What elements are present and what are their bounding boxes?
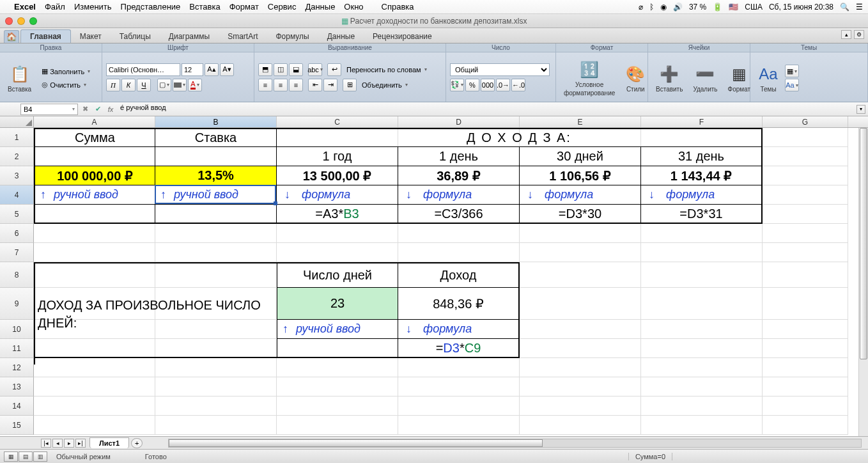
cell-A1[interactable]: Сумма: [34, 128, 155, 147]
vertical-scrollbar[interactable]: [858, 128, 868, 436]
currency-button[interactable]: 💱: [450, 79, 464, 91]
cell-F3[interactable]: 1 143,44 ₽: [641, 166, 763, 185]
cell-A4[interactable]: ↑ручной ввод: [34, 185, 155, 205]
cancel-formula-icon[interactable]: ✖: [79, 104, 91, 115]
menu-data[interactable]: Данные: [305, 2, 335, 12]
cell-F2[interactable]: 31 день: [641, 147, 763, 166]
cell-D5[interactable]: =C3/366: [398, 205, 520, 224]
col-E[interactable]: E: [520, 116, 641, 127]
theme-colors[interactable]: ▦: [785, 65, 799, 77]
shrink-font[interactable]: A▾: [220, 63, 234, 76]
cell-A5[interactable]: [34, 205, 155, 224]
wrap-text-button[interactable]: Переносить по словам: [343, 64, 431, 75]
spotlight-icon[interactable]: 🔍: [840, 3, 849, 12]
tab-home[interactable]: Главная: [20, 29, 71, 43]
sheet-nav-first[interactable]: |◂: [41, 439, 51, 448]
format-cells-button[interactable]: ▦Формат: [724, 55, 755, 101]
tab-smartart[interactable]: SmartArt: [219, 30, 267, 43]
list-icon[interactable]: ☰: [856, 3, 863, 12]
fill-button[interactable]: ▦Заполнить: [38, 65, 94, 77]
fx-icon[interactable]: fx: [105, 104, 116, 115]
cell-A11-B11[interactable]: [34, 339, 277, 358]
clear-button[interactable]: ◎Очистить: [38, 79, 94, 91]
row-8[interactable]: 8: [0, 262, 34, 288]
ribbon-settings[interactable]: ⚙: [854, 30, 864, 39]
orientation-button[interactable]: abc: [308, 63, 322, 76]
align-top[interactable]: ⬒: [258, 63, 272, 76]
row-13[interactable]: 13: [0, 377, 34, 396]
cond-format-button[interactable]: 🔢 Условноеформатирование: [560, 55, 619, 101]
name-box[interactable]: B4: [20, 104, 78, 115]
select-all-corner[interactable]: [0, 116, 34, 127]
inc-decimal[interactable]: .0→: [496, 79, 510, 91]
tab-tables[interactable]: Таблицы: [111, 30, 160, 43]
cell-A3[interactable]: 100 000,00 ₽: [34, 166, 155, 185]
tab-layout[interactable]: Макет: [71, 30, 111, 43]
cells-grid[interactable]: Сумма Ставка Д О Х О Д З А: 1 год 1 день…: [34, 128, 858, 435]
cell-C10[interactable]: ↑ручной ввод: [277, 320, 398, 339]
row-5[interactable]: 5: [0, 205, 34, 224]
row-7[interactable]: 7: [0, 243, 34, 262]
cell-D9[interactable]: 848,36 ₽: [398, 288, 520, 320]
themes-button[interactable]: AaТемы: [754, 55, 782, 101]
underline-button[interactable]: Ч: [137, 79, 151, 91]
col-B[interactable]: B: [155, 116, 277, 127]
cell-D10[interactable]: ↓формула: [398, 320, 520, 339]
battery-icon[interactable]: 🔋: [713, 3, 722, 12]
cell-B2[interactable]: [155, 147, 277, 166]
sheet-nav-last[interactable]: ▸|: [75, 439, 86, 448]
view-break[interactable]: ▥: [33, 451, 47, 462]
sheet-nav-next[interactable]: ▸: [64, 439, 74, 448]
menu-format[interactable]: Формат: [229, 2, 259, 12]
insert-cells-button[interactable]: ➕Вставить: [652, 55, 686, 101]
horizontal-scrollbar[interactable]: [168, 439, 862, 448]
flag-icon[interactable]: 🇺🇸: [729, 3, 738, 12]
dropbox-icon[interactable]: ⌀: [639, 3, 643, 12]
cell-C9[interactable]: 23: [277, 288, 398, 320]
dec-decimal[interactable]: ←.0: [511, 79, 525, 91]
view-normal[interactable]: ▦: [4, 451, 18, 462]
menu-file[interactable]: Файл: [45, 2, 65, 12]
cell-D3[interactable]: 36,89 ₽: [398, 166, 520, 185]
cell-C5[interactable]: =A3*B3: [277, 205, 398, 224]
percent-button[interactable]: %: [465, 79, 479, 91]
col-A[interactable]: A: [34, 116, 155, 127]
cell-C8[interactable]: Число дней: [277, 262, 398, 288]
row-10[interactable]: 10: [0, 320, 34, 339]
cell-B1[interactable]: Ставка: [155, 128, 277, 147]
menu-window[interactable]: Окно: [344, 2, 363, 12]
cell-E5[interactable]: =D3*30: [520, 205, 641, 224]
merge-icon[interactable]: ⊞: [343, 79, 357, 91]
row-4[interactable]: 4: [0, 185, 34, 205]
row-12[interactable]: 12: [0, 358, 34, 377]
row-15[interactable]: 15: [0, 416, 34, 435]
col-C[interactable]: C: [277, 116, 398, 127]
row-2[interactable]: 2: [0, 147, 34, 166]
row-14[interactable]: 14: [0, 396, 34, 416]
tab-data[interactable]: Данные: [318, 30, 364, 43]
row-1[interactable]: 1: [0, 128, 34, 147]
number-format-select[interactable]: Общий: [450, 63, 550, 76]
cell-C3[interactable]: 13 500,00 ₽: [277, 166, 398, 185]
volume-icon[interactable]: 🔊: [673, 3, 683, 12]
italic-button[interactable]: К: [121, 79, 136, 91]
wifi-icon[interactable]: ◉: [660, 3, 667, 12]
cell-A2[interactable]: [34, 147, 155, 166]
paste-button[interactable]: 📋 Вставка: [4, 55, 35, 101]
cell-D2[interactable]: 1 день: [398, 147, 520, 166]
cell-C2[interactable]: 1 год: [277, 147, 398, 166]
menu-service[interactable]: Сервис: [268, 2, 297, 12]
delete-cells-button[interactable]: ➖Удалить: [689, 55, 721, 101]
grow-font[interactable]: A▴: [205, 63, 219, 76]
cell-F5[interactable]: =D3*31: [641, 205, 763, 224]
cell-D11[interactable]: =D3*C9: [398, 339, 520, 358]
menu-view[interactable]: Представление: [121, 2, 181, 12]
formula-input[interactable]: é ручной ввод: [118, 104, 865, 115]
formula-expand[interactable]: ▾: [856, 105, 865, 114]
add-sheet-button[interactable]: +: [131, 438, 143, 448]
font-size-select[interactable]: [182, 63, 203, 76]
cell-C4[interactable]: ↓формула: [277, 185, 398, 205]
menu-insert[interactable]: Вставка: [189, 2, 220, 12]
merge-button[interactable]: Объединить: [358, 79, 412, 91]
cell-B4[interactable]: ↑ручной ввод: [155, 185, 277, 205]
